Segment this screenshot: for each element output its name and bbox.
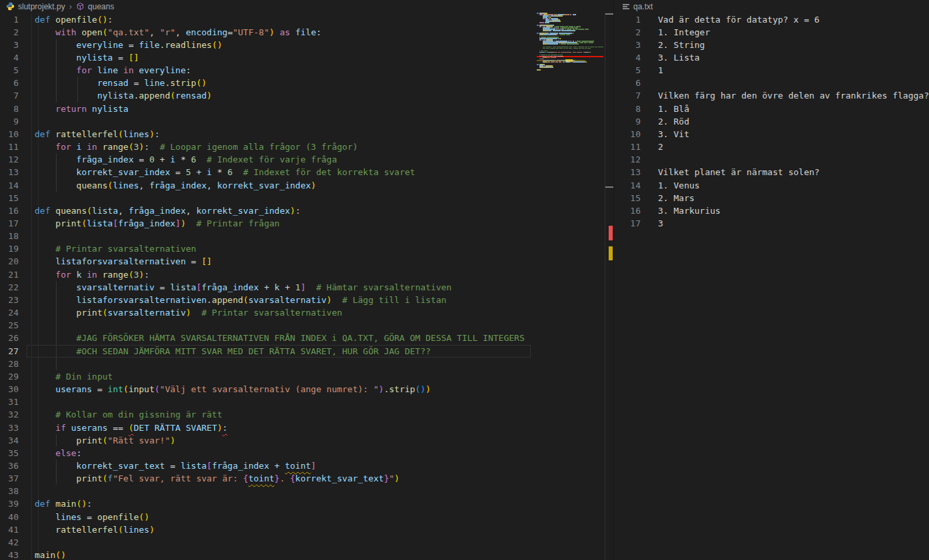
line-number[interactable]: 41 <box>0 523 19 536</box>
code-line[interactable]: 8 return nylista <box>0 103 613 115</box>
text-line[interactable]: 21. Integer <box>616 26 929 39</box>
line-number[interactable]: 37 <box>0 472 19 485</box>
breadcrumb-file[interactable]: slutprojekt.py <box>18 2 65 11</box>
code-line[interactable]: 32 # Kollar om din gissning är rätt <box>0 408 613 421</box>
text-line[interactable]: 6 <box>616 77 929 89</box>
text-line[interactable]: 43. Lista <box>616 51 929 64</box>
line-number[interactable]: 2 <box>0 26 19 39</box>
line-number[interactable]: 27 <box>0 345 19 358</box>
line-number[interactable]: 11 <box>616 140 641 153</box>
text-line[interactable]: 12 <box>616 153 929 166</box>
code-line[interactable]: 3 everyline = file.readlines() <box>0 39 613 51</box>
code-line[interactable]: 38 <box>0 485 613 497</box>
code-line[interactable]: 13 korrekt_svar_index = 5 + i * 6 # Inde… <box>0 166 613 178</box>
code-line[interactable]: 10def rattellerfel(lines): <box>0 128 613 140</box>
text-line[interactable]: 32. String <box>616 39 929 51</box>
code-line[interactable]: 2 with open("qa.txt", "r", encoding="UTF… <box>0 26 613 39</box>
line-number[interactable]: 6 <box>0 77 19 89</box>
line-number[interactable]: 12 <box>616 153 641 166</box>
code-line[interactable]: 37 print(f"Fel svar, rätt svar är: {toin… <box>0 472 613 485</box>
line-number[interactable]: 6 <box>616 77 641 89</box>
code-line[interactable]: 23 listaforsvarsalternativen.append(svar… <box>0 294 613 306</box>
code-line[interactable]: 25 <box>0 319 613 332</box>
line-number[interactable]: 8 <box>616 103 641 115</box>
text-line[interactable]: 92. Röd <box>616 115 929 128</box>
line-number[interactable]: 42 <box>0 536 19 549</box>
line-number[interactable]: 32 <box>0 408 19 421</box>
line-number[interactable]: 13 <box>0 166 19 178</box>
line-number[interactable]: 30 <box>0 383 19 396</box>
line-number[interactable]: 40 <box>0 511 19 523</box>
code-line[interactable]: 12 fråga_index = 0 + i * 6 # Indexet för… <box>0 153 613 166</box>
line-number[interactable]: 16 <box>616 204 641 217</box>
line-number[interactable]: 14 <box>0 179 19 192</box>
text-line[interactable]: 163. Markurius <box>616 204 929 217</box>
line-number[interactable]: 5 <box>0 64 19 77</box>
line-number[interactable]: 23 <box>0 294 19 306</box>
text-line[interactable]: 173 <box>616 217 929 230</box>
line-number[interactable]: 26 <box>0 332 19 344</box>
code-line[interactable]: 27 #OCH SEDAN JÄMFÖRA MITT SVAR MED DET … <box>0 345 613 358</box>
code-editor[interactable]: 1def openfile():2 with open("qa.txt", "r… <box>0 13 613 560</box>
code-line[interactable]: 43main() <box>0 549 613 560</box>
line-number[interactable]: 39 <box>0 497 19 510</box>
code-line[interactable]: 21 for k in range(3): <box>0 268 613 281</box>
text-line[interactable]: 1Vad är detta för datatyp? x = 6 <box>616 13 929 26</box>
line-number[interactable]: 2 <box>616 26 641 39</box>
line-number[interactable]: 18 <box>0 230 19 242</box>
code-line[interactable]: 1def openfile(): <box>0 13 613 26</box>
line-number[interactable]: 28 <box>0 358 19 370</box>
text-line[interactable]: 152. Mars <box>616 192 929 204</box>
code-line[interactable]: 9 <box>0 115 613 128</box>
line-number[interactable]: 22 <box>0 281 19 294</box>
code-line[interactable]: 7 nylista.append(rensad) <box>0 89 613 102</box>
line-number[interactable]: 15 <box>616 192 641 204</box>
line-number[interactable]: 11 <box>0 140 19 153</box>
text-line[interactable]: 141. Venus <box>616 179 929 192</box>
overview-ruler-warning-mark[interactable] <box>609 246 613 260</box>
code-line[interactable]: 39def main(): <box>0 497 613 510</box>
line-number[interactable]: 17 <box>0 217 19 230</box>
line-number[interactable]: 24 <box>0 306 19 319</box>
line-number[interactable]: 35 <box>0 447 19 459</box>
line-number[interactable]: 20 <box>0 255 19 268</box>
code-line[interactable]: 41 rattellerfel(lines) <box>0 523 613 536</box>
line-number[interactable]: 1 <box>0 13 19 26</box>
line-number[interactable]: 1 <box>616 13 641 26</box>
line-number[interactable]: 15 <box>0 192 19 204</box>
line-number[interactable]: 19 <box>0 242 19 255</box>
line-number[interactable]: 5 <box>616 64 641 77</box>
code-line[interactable]: 4 nylista = [] <box>0 51 613 64</box>
code-line[interactable]: 36 korrekt_svar_text = lista[fråga_index… <box>0 459 613 472</box>
text-line[interactable]: 51 <box>616 64 929 77</box>
line-number[interactable]: 43 <box>0 549 19 560</box>
code-line[interactable]: 19 # Printar svarsalternativen <box>0 242 613 255</box>
line-number[interactable]: 33 <box>0 421 19 434</box>
text-line[interactable]: 13Vilket planet är närmast solen? <box>616 166 929 178</box>
text-line[interactable]: 103. Vit <box>616 128 929 140</box>
line-number[interactable]: 16 <box>0 204 19 217</box>
line-number[interactable]: 31 <box>0 396 19 408</box>
code-line[interactable]: 31 <box>0 396 613 408</box>
line-number[interactable]: 3 <box>0 39 19 51</box>
line-number[interactable]: 9 <box>0 115 19 128</box>
code-line[interactable]: 34 print("Rätt svar!") <box>0 434 613 447</box>
text-editor[interactable]: 1Vad är detta för datatyp? x = 621. Inte… <box>616 13 929 230</box>
code-line[interactable]: 17 print(lista[fråga_index]) # Printar f… <box>0 217 613 230</box>
line-number[interactable]: 14 <box>616 179 641 192</box>
line-number[interactable]: 9 <box>616 115 641 128</box>
line-number[interactable]: 7 <box>0 89 19 102</box>
code-line[interactable]: 26 #JAG FÖRSÖKER HÄMTA SVARSALTERNATIVEN… <box>0 332 613 344</box>
line-number[interactable]: 8 <box>0 103 19 115</box>
code-line[interactable]: 14 queans(lines, fråga_index, korrekt_sv… <box>0 179 613 192</box>
code-line[interactable]: 5 for line in everyline: <box>0 64 613 77</box>
code-line[interactable]: 6 rensad = line.strip() <box>0 77 613 89</box>
code-line[interactable]: 11 for i in range(3): # Loopar igenom al… <box>0 140 613 153</box>
line-number[interactable]: 4 <box>0 51 19 64</box>
breadcrumb-symbol[interactable]: queans <box>88 2 114 11</box>
code-line[interactable]: 40 lines = openfile() <box>0 511 613 523</box>
text-line[interactable]: 81. Blå <box>616 103 929 115</box>
code-line[interactable]: 35 else: <box>0 447 613 459</box>
breadcrumb-file[interactable]: qa.txt <box>633 2 653 11</box>
code-line[interactable]: 18 <box>0 230 613 242</box>
